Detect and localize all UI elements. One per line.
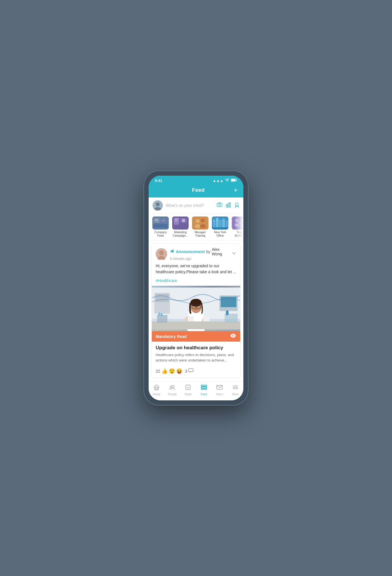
nav-feed[interactable]: Feed <box>197 384 211 396</box>
post-hashtag[interactable]: #Healthcare <box>152 278 240 286</box>
megaphone-icon <box>170 249 174 255</box>
svg-rect-9 <box>228 203 229 207</box>
nav-people[interactable]: People <box>165 384 179 396</box>
status-time: 9:41 <box>155 178 162 183</box>
svg-point-14 <box>155 218 158 221</box>
svg-rect-84 <box>201 388 207 390</box>
post-title: Upgrade on healthcare policy <box>156 345 236 351</box>
svg-point-79 <box>172 385 174 388</box>
channel-manager-training[interactable]: Manager Training <box>192 216 209 237</box>
phone-screen: 9:41 ▲▲▲ Feed <box>149 176 243 400</box>
channel-label-nyoffice: New York Office <box>212 231 229 237</box>
svg-point-28 <box>201 218 205 222</box>
feed-nav-icon <box>201 384 207 392</box>
channel-marketing[interactable]: Marketing Campaign... <box>172 216 189 237</box>
channel-new-york[interactable]: New York Office <box>212 216 229 237</box>
svg-rect-76 <box>189 369 193 372</box>
battery-icon <box>231 178 237 183</box>
by-text: by <box>206 249 210 254</box>
post-header: Announcement by Alex Wong 5 minutes ago <box>152 244 240 263</box>
feed-nav-label: Feed <box>201 393 207 396</box>
post-content: Upgrade on healthcare policy Healthcare … <box>152 342 240 365</box>
channel-thumb-nyoffice <box>212 216 228 230</box>
comment-icon <box>188 368 193 374</box>
more-nav-icon <box>232 384 239 392</box>
more-nav-label: More <box>232 393 239 396</box>
svg-point-4 <box>156 202 160 206</box>
channel-company-feed[interactable]: Company Feed <box>152 216 169 237</box>
announcement-label: Announcement <box>176 249 205 254</box>
svg-point-44 <box>235 223 239 227</box>
svg-rect-17 <box>153 224 168 228</box>
svg-rect-37 <box>213 220 214 221</box>
svg-point-29 <box>200 224 206 228</box>
svg-point-27 <box>195 224 201 228</box>
reaction-total: 22 <box>156 369 160 373</box>
app-header: Feed + <box>149 184 243 197</box>
chart-icon[interactable] <box>226 202 231 209</box>
svg-rect-39 <box>216 219 217 219</box>
svg-rect-42 <box>232 216 243 230</box>
post-author-avatar <box>156 248 167 260</box>
post-composer: What's on your mind? <box>149 197 243 214</box>
svg-rect-1 <box>236 180 237 181</box>
thumbs-up-reaction[interactable]: 👍 <box>161 368 168 374</box>
tasks-nav-label: Tasks <box>184 393 192 396</box>
inbox-nav-label: Inbox <box>216 393 223 396</box>
nav-inbox[interactable]: Inbox <box>212 384 227 396</box>
svg-rect-62 <box>203 316 210 321</box>
comment-section[interactable]: 3 <box>185 368 194 374</box>
svg-rect-61 <box>188 316 194 321</box>
nav-tasks[interactable]: Tasks <box>181 384 195 396</box>
post-card: Announcement by Alex Wong 5 minutes ago … <box>151 243 241 378</box>
svg-point-24 <box>182 219 185 222</box>
phone-device: 9:41 ▲▲▲ Feed <box>144 171 248 405</box>
svg-rect-73 <box>226 311 229 316</box>
post-reactions: 22 👍 😯 😝 3 <box>152 366 240 378</box>
people-nav-icon <box>169 384 175 392</box>
svg-rect-10 <box>229 203 231 207</box>
svg-rect-70 <box>158 312 160 316</box>
post-meta: Announcement by Alex Wong 5 minutes ago <box>170 247 229 261</box>
svg-point-16 <box>162 219 165 222</box>
nav-more[interactable]: More <box>228 384 243 396</box>
status-bar: 9:41 ▲▲▲ <box>149 176 243 184</box>
svg-rect-32 <box>216 218 219 228</box>
post-options-button[interactable] <box>232 251 236 257</box>
composer-avatar <box>153 200 163 211</box>
composer-placeholder[interactable]: What's on your mind? <box>166 203 214 208</box>
status-icons: ▲▲▲ <box>212 178 237 183</box>
svg-rect-40 <box>216 220 217 221</box>
post-featured-image <box>152 286 240 331</box>
announcement-line: Announcement by Alex Wong <box>170 247 229 256</box>
svg-rect-82 <box>201 385 207 386</box>
home-nav-icon <box>153 384 160 392</box>
wow-reaction[interactable]: 😯 <box>169 368 175 374</box>
add-post-button[interactable]: + <box>234 187 238 194</box>
svg-rect-56 <box>156 294 169 302</box>
signal-icon: ▲▲▲ <box>212 178 224 183</box>
mandatory-read-banner: Mandatory Read <box>152 331 240 342</box>
tongue-reaction[interactable]: 😝 <box>176 368 182 374</box>
svg-rect-78 <box>156 388 157 390</box>
award-icon[interactable] <box>234 202 239 209</box>
header-title: Feed <box>192 187 205 193</box>
channel-team-building[interactable]: Team Building <box>231 216 243 237</box>
eye-icon <box>230 333 236 339</box>
bottom-nav: Home People <box>149 381 243 400</box>
svg-rect-69 <box>157 315 167 323</box>
nav-home[interactable]: Home <box>149 384 164 396</box>
post-author: Alex Wong <box>212 247 229 256</box>
svg-rect-34 <box>222 219 225 228</box>
inbox-nav-icon <box>216 384 223 392</box>
post-time: 5 minutes ago <box>170 257 229 261</box>
channel-label-company: Company Feed <box>152 231 169 237</box>
composer-actions <box>217 202 239 209</box>
wifi-icon <box>225 178 229 183</box>
camera-icon[interactable] <box>217 202 222 209</box>
svg-rect-20 <box>174 218 178 219</box>
channel-label-manager: Manager Training <box>192 231 209 237</box>
svg-rect-2 <box>231 179 235 181</box>
svg-rect-36 <box>212 227 228 230</box>
svg-rect-81 <box>186 385 190 390</box>
